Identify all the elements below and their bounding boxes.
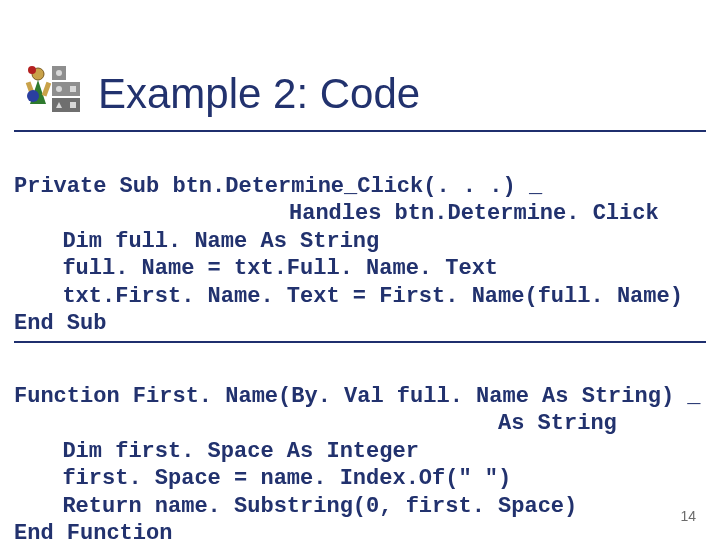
code-line: Dim first. Space As Integer — [14, 439, 419, 464]
page-number: 14 — [680, 508, 696, 524]
slide: Example 2: Code Private Sub btn.Determin… — [0, 0, 720, 540]
title-icon — [22, 60, 80, 118]
code-line: Return name. Substring(0, first. Space) — [14, 494, 577, 519]
code-line: Function First. Name(By. Val full. Name … — [14, 384, 701, 409]
code-line: full. Name = txt.Full. Name. Text — [14, 256, 498, 281]
code-line: Dim full. Name As String — [14, 229, 379, 254]
code-line: End Sub — [14, 311, 106, 336]
svg-rect-14 — [42, 82, 51, 97]
code-block-2: Function First. Name(By. Val full. Name … — [14, 355, 706, 540]
svg-point-6 — [56, 86, 62, 92]
code-block-1: Private Sub btn.Determine_Click(. . .) _… — [14, 145, 706, 338]
divider-top — [14, 130, 706, 132]
code-line: Private Sub btn.Determine_Click(. . .) _ — [14, 174, 542, 199]
svg-point-11 — [28, 66, 36, 74]
svg-rect-9 — [70, 102, 76, 108]
code-line: first. Space = name. Index.Of(" ") — [14, 466, 511, 491]
svg-point-15 — [27, 90, 39, 102]
svg-point-5 — [56, 70, 62, 76]
title-row: Example 2: Code — [22, 60, 698, 118]
code-line: As String — [14, 411, 617, 436]
divider-mid — [14, 341, 706, 343]
slide-title: Example 2: Code — [98, 72, 420, 118]
code-line: Handles btn.Determine. Click — [14, 201, 659, 226]
svg-rect-7 — [70, 86, 76, 92]
code-line: End Function — [14, 521, 172, 540]
code-line: txt.First. Name. Text = First. Name(full… — [14, 284, 683, 309]
